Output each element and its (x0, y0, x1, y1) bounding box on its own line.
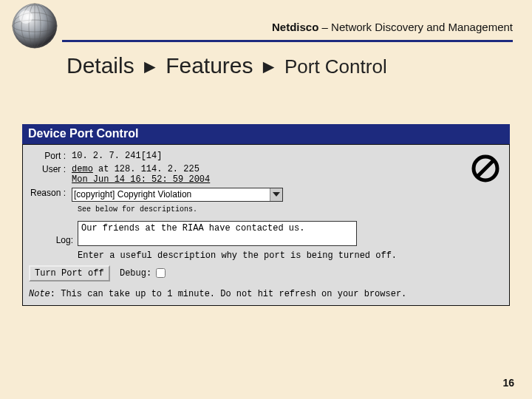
svg-point-8 (19, 10, 33, 24)
breadcrumb-details: Details (66, 53, 134, 78)
svg-marker-11 (273, 192, 280, 197)
port-control-panel: Device Port Control Port : 10. 2. 7. 241… (22, 124, 510, 306)
no-entry-icon (471, 154, 500, 185)
port-value: 10. 2. 7. 241[14] (70, 149, 284, 163)
app-name: Netdisco (272, 21, 318, 33)
user-value: demo at 128. 114. 2. 225 Mon Jun 14 16: … (70, 163, 284, 186)
breadcrumb: Details ► Features ► Port Control (66, 53, 387, 78)
reason-select[interactable]: [copyright] Copyright Violation (72, 188, 283, 202)
log-hint: Enter a useful description why the port … (78, 250, 397, 261)
log-textarea[interactable] (78, 221, 357, 246)
svg-line-10 (477, 160, 494, 177)
header-divider (62, 40, 513, 44)
app-title: Netdisco – Network Discovery and Managem… (272, 21, 513, 33)
chevron-down-icon[interactable] (270, 188, 282, 201)
page-number: 16 (502, 377, 514, 389)
debug-label: Debug: (120, 268, 151, 279)
reason-selected: [copyright] Copyright Violation (74, 189, 191, 200)
note-prefix: Note (29, 289, 50, 299)
panel-title: Device Port Control (22, 124, 510, 144)
reason-label: Reason : (29, 186, 70, 203)
breadcrumb-features: Features (166, 53, 253, 78)
reason-hint: See below for descriptions. (78, 205, 503, 214)
user-link[interactable]: demo (72, 164, 93, 174)
breadcrumb-port-control: Port Control (284, 55, 387, 78)
turn-port-off-button[interactable]: Turn Port off (29, 265, 110, 282)
logo-disco-ball (10, 1, 59, 50)
chevron-right-icon: ► (140, 55, 160, 78)
debug-checkbox[interactable] (156, 268, 166, 278)
user-label: User : (29, 163, 70, 186)
port-label: Port : (29, 149, 70, 163)
user-time: Mon Jun 14 16: 52: 59 2004 (72, 174, 210, 185)
chevron-right-icon: ► (259, 55, 279, 78)
log-label: Log: (29, 216, 78, 264)
note-line: Note: This can take up to 1 minute. Do n… (29, 289, 503, 299)
